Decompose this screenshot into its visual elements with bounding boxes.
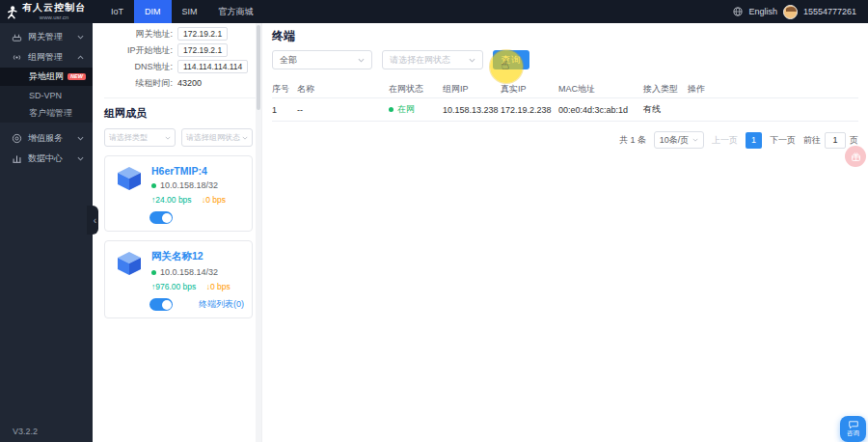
version-label: V3.2.2 (13, 427, 38, 436)
cell-real-ip: 172.19.2.238 (501, 105, 558, 115)
online-dot-icon (151, 270, 156, 275)
chevron-down-icon (77, 136, 84, 141)
app-title: 有人云控制台 (22, 3, 86, 13)
gateway-address-label: 网关地址: (93, 28, 177, 41)
gift-icon (851, 152, 861, 162)
chevron-down-icon (469, 58, 475, 63)
download-speed: 0 bps (210, 282, 231, 291)
screen: 有人云控制台 www.usr.cn IoT DIM SIM 官方商城 Engli… (0, 0, 868, 442)
member-enable-toggle[interactable] (149, 298, 173, 311)
dns-field[interactable]: 114.114.114.114 (177, 60, 248, 73)
sidebar-item-remote-network[interactable]: 异地组网 NEW (0, 68, 93, 86)
member-card: H6erTMIP:4 10.0.158.18/32 ↑24.00 bps ↓0 … (104, 155, 253, 232)
terminal-panel: 终端 全部 请选择在网状态 查询 ☝ 序号 名称 在网状态 (261, 23, 868, 442)
member-name-link[interactable]: 网关名称12 (151, 250, 231, 263)
terminal-type-select[interactable]: 全部 (272, 50, 372, 69)
gateway-device-icon (115, 165, 144, 192)
chevron-down-icon (77, 156, 84, 161)
dns-label: DNS地址: (93, 61, 177, 73)
cell-mac: 00:e0:4d:3c:ab:1d (558, 105, 643, 115)
divider (104, 97, 256, 98)
topnav-sim[interactable]: SIM (172, 0, 208, 23)
lease-time-label: 续租时间: (93, 77, 177, 90)
panel-scrollbar[interactable] (256, 23, 261, 442)
chevron-down-icon (77, 35, 84, 40)
app-logo[interactable]: 有人云控制台 www.usr.cn (0, 3, 93, 20)
sidebar-submenu: 异地组网 NEW SD-VPN 客户端管理 (0, 68, 93, 123)
chevron-down-icon (692, 138, 698, 142)
member-ip: 10.0.158.14/32 (160, 267, 218, 277)
member-type-select[interactable]: 请选择类型 (104, 128, 176, 147)
sidebar-item-gateway-mgmt[interactable]: 网关管理 (0, 27, 93, 47)
member-status-select[interactable]: 请选择组网状态 (181, 128, 253, 147)
topnav-iot[interactable]: IoT (100, 0, 134, 23)
network-signal-icon (12, 52, 22, 63)
terminal-title: 终端 (272, 29, 858, 42)
cell-status: 在网 (389, 103, 443, 116)
download-speed: 0 bps (205, 195, 226, 205)
upload-speed: 976.00 bps (155, 282, 196, 291)
app-url: www.usr.cn (22, 14, 86, 20)
ip-start-label: IP开始地址: (93, 44, 177, 57)
chevron-down-icon (165, 136, 171, 140)
upload-speed: 24.00 bps (155, 195, 191, 205)
page-size-select[interactable]: 10条/页 (654, 131, 704, 149)
cell-name: -- (297, 105, 389, 115)
member-ip: 10.0.158.18/32 (160, 180, 218, 190)
member-name-link[interactable]: H6erTMIP:4 (151, 165, 226, 177)
terminal-table: 序号 名称 在网状态 组网IP 真实IP MAC地址 接入类型 操作 1 -- … (272, 81, 858, 122)
members-section-title: 组网成员 (104, 106, 256, 121)
next-page-button[interactable]: 下一页 (770, 134, 796, 147)
network-detail-panel: 网关地址: 172.19.2.1 IP开始地址: 172.19.2.1 DNS地… (93, 23, 256, 442)
sidebar-item-value-services[interactable]: 增值服务 (0, 128, 93, 149)
user-phone[interactable]: 15554777261 (803, 7, 856, 16)
chevron-down-icon (242, 136, 248, 140)
chevron-down-icon (358, 58, 365, 63)
services-icon (12, 133, 22, 144)
terminal-filters: 全部 请选择在网状态 查询 ☝ (272, 50, 858, 69)
top-nav: IoT DIM SIM 官方商城 (100, 0, 264, 23)
lease-time-value: 43200 (177, 78, 202, 88)
gateway-icon (12, 32, 22, 42)
online-dot-icon (389, 107, 393, 112)
sidebar-collapse-handle[interactable]: ‹ (87, 206, 98, 235)
promo-gift-button[interactable] (845, 146, 866, 167)
topbar-right: English 15554777261 (733, 5, 868, 19)
gateway-address-field[interactable]: 172.19.2.1 (177, 27, 228, 41)
cell-network-ip: 10.158.13.238 (443, 105, 501, 115)
topnav-dim[interactable]: DIM (134, 0, 172, 23)
scrollbar-thumb[interactable] (257, 25, 260, 110)
bar-chart-icon (12, 153, 22, 164)
consult-button[interactable]: 咨询 (840, 416, 866, 442)
chevron-up-icon (77, 55, 84, 60)
sidebar-item-sd-vpn[interactable]: SD-VPN (0, 86, 93, 104)
member-enable-toggle[interactable] (149, 211, 173, 224)
cell-access-type: 有线 (643, 103, 688, 116)
cell-index: 1 (272, 105, 297, 115)
sidebar: 网关管理 组网管理 异地组网 NEW SD-VPN 客户端 (0, 23, 93, 442)
language-switch[interactable]: English (748, 7, 777, 16)
online-dot-icon (151, 183, 156, 188)
sidebar-item-data-center[interactable]: 数据中心 (0, 149, 93, 169)
goto-page-input[interactable] (825, 132, 846, 149)
gateway-device-icon (115, 250, 144, 277)
current-page-button[interactable]: 1 (746, 132, 762, 149)
goto-unit: 页 (850, 134, 858, 147)
user-avatar[interactable] (783, 5, 798, 19)
sidebar-item-network-mgmt[interactable]: 组网管理 (0, 47, 93, 68)
terminal-status-select[interactable]: 请选择在网状态 (382, 50, 483, 69)
globe-icon (733, 7, 743, 16)
prev-page-button[interactable]: 上一页 (712, 134, 738, 147)
terminal-list-link[interactable]: 终端列表(0) (199, 298, 244, 311)
pagination: 共 1 条 10条/页 上一页 1 下一页 前往 页 (272, 131, 858, 149)
topbar: 有人云控制台 www.usr.cn IoT DIM SIM 官方商城 Engli… (0, 0, 868, 23)
chat-icon (849, 421, 858, 428)
ip-start-field[interactable]: 172.19.2.1 (177, 43, 228, 57)
topnav-shop[interactable]: 官方商城 (208, 0, 264, 23)
goto-label: 前往 (803, 134, 821, 147)
table-row: 1 -- 在网 10.158.13.238 172.19.2.238 00:e0… (272, 98, 858, 122)
table-header-row: 序号 名称 在网状态 组网IP 真实IP MAC地址 接入类型 操作 (272, 81, 858, 98)
search-button[interactable]: 查询 (493, 50, 529, 69)
total-count: 共 1 条 (619, 134, 646, 147)
sidebar-item-client-mgmt[interactable]: 客户端管理 (0, 104, 93, 123)
